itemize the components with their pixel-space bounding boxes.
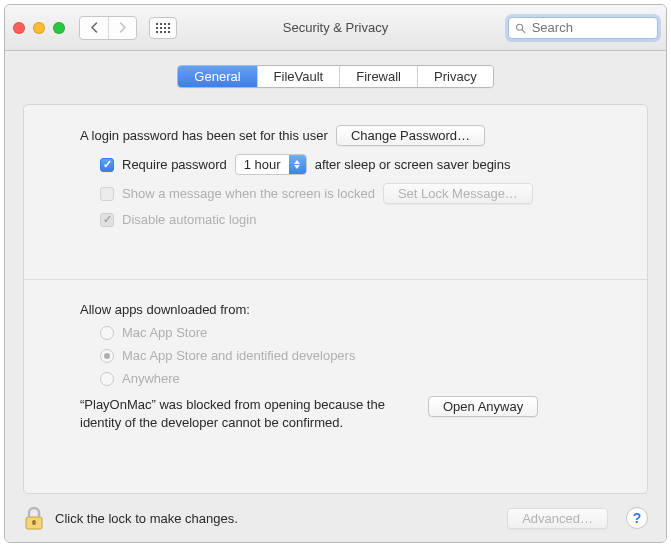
forward-button[interactable]: [108, 17, 136, 39]
radio-anywhere: [100, 372, 114, 386]
tab-filevault[interactable]: FileVault: [257, 66, 340, 87]
tab-firewall[interactable]: Firewall: [339, 66, 417, 87]
radio-mac-app-store-label: Mac App Store: [122, 325, 207, 340]
password-set-row: A login password has been set for this u…: [80, 125, 629, 146]
radio-anywhere-label: Anywhere: [122, 371, 180, 386]
require-password-row: Require password 1 hour after sleep or s…: [100, 154, 629, 175]
svg-rect-4: [156, 27, 158, 29]
svg-rect-2: [164, 23, 166, 25]
search-field[interactable]: [508, 17, 658, 39]
chevron-left-icon: [90, 22, 99, 33]
blocked-app-row: “PlayOnMac” was blocked from opening bec…: [80, 396, 629, 432]
advanced-button: Advanced…: [507, 508, 608, 529]
require-password-suffix: after sleep or screen saver begins: [315, 157, 511, 172]
svg-rect-5: [160, 27, 162, 29]
popup-stepper-icon: [289, 155, 306, 174]
svg-rect-6: [164, 27, 166, 29]
allow-apps-heading-row: Allow apps downloaded from:: [80, 302, 629, 317]
tab-privacy[interactable]: Privacy: [417, 66, 493, 87]
radio-identified-developers-label: Mac App Store and identified developers: [122, 348, 355, 363]
open-anyway-button[interactable]: Open Anyway: [428, 396, 538, 417]
divider: [24, 279, 647, 280]
require-password-duration-value: 1 hour: [236, 157, 289, 172]
minimize-window-button[interactable]: [33, 22, 45, 34]
radio-mac-app-store: [100, 326, 114, 340]
disable-auto-login-label: Disable automatic login: [122, 212, 256, 227]
search-input[interactable]: [530, 19, 651, 36]
password-set-label: A login password has been set for this u…: [80, 128, 328, 143]
help-button[interactable]: ?: [626, 507, 648, 529]
svg-rect-8: [156, 31, 158, 33]
require-password-label: Require password: [122, 157, 227, 172]
footer: Click the lock to make changes. Advanced…: [5, 494, 666, 542]
svg-rect-7: [168, 27, 170, 29]
svg-rect-3: [168, 23, 170, 25]
radio-identified-developers: [100, 349, 114, 363]
content-pane: A login password has been set for this u…: [23, 104, 648, 494]
close-window-button[interactable]: [13, 22, 25, 34]
require-password-checkbox[interactable]: [100, 158, 114, 172]
svg-rect-1: [160, 23, 162, 25]
tab-general[interactable]: General: [178, 66, 256, 87]
chevron-right-icon: [118, 22, 127, 33]
allow-option-anywhere-row: Anywhere: [100, 371, 629, 386]
tabs-row: General FileVault Firewall Privacy: [5, 51, 666, 98]
require-password-duration-popup[interactable]: 1 hour: [235, 154, 307, 175]
allow-option-appstore-row: Mac App Store: [100, 325, 629, 340]
svg-line-13: [522, 29, 525, 32]
disable-auto-login-row: Disable automatic login: [100, 212, 629, 227]
change-password-button[interactable]: Change Password…: [336, 125, 485, 146]
lock-help-text: Click the lock to make changes.: [55, 511, 238, 526]
grid-icon: [156, 23, 170, 33]
show-message-label: Show a message when the screen is locked: [122, 186, 375, 201]
preferences-window: Security & Privacy General FileVault Fir…: [4, 4, 667, 543]
svg-rect-9: [160, 31, 162, 33]
window-controls: [13, 22, 65, 34]
disable-auto-login-checkbox: [100, 213, 114, 227]
show-message-row: Show a message when the screen is locked…: [100, 183, 629, 204]
show-message-checkbox: [100, 187, 114, 201]
set-lock-message-button: Set Lock Message…: [383, 183, 533, 204]
svg-rect-10: [164, 31, 166, 33]
nav-buttons: [79, 16, 137, 40]
lock-icon[interactable]: [23, 505, 45, 531]
titlebar: Security & Privacy: [5, 5, 666, 51]
allow-option-identified-row: Mac App Store and identified developers: [100, 348, 629, 363]
zoom-window-button[interactable]: [53, 22, 65, 34]
svg-rect-11: [168, 31, 170, 33]
svg-rect-0: [156, 23, 158, 25]
show-all-button[interactable]: [149, 17, 177, 39]
blocked-app-message: “PlayOnMac” was blocked from opening bec…: [80, 396, 410, 432]
tab-bar: General FileVault Firewall Privacy: [177, 65, 493, 88]
search-icon: [515, 22, 526, 34]
allow-apps-heading: Allow apps downloaded from:: [80, 302, 250, 317]
svg-rect-15: [32, 520, 36, 525]
back-button[interactable]: [80, 17, 108, 39]
